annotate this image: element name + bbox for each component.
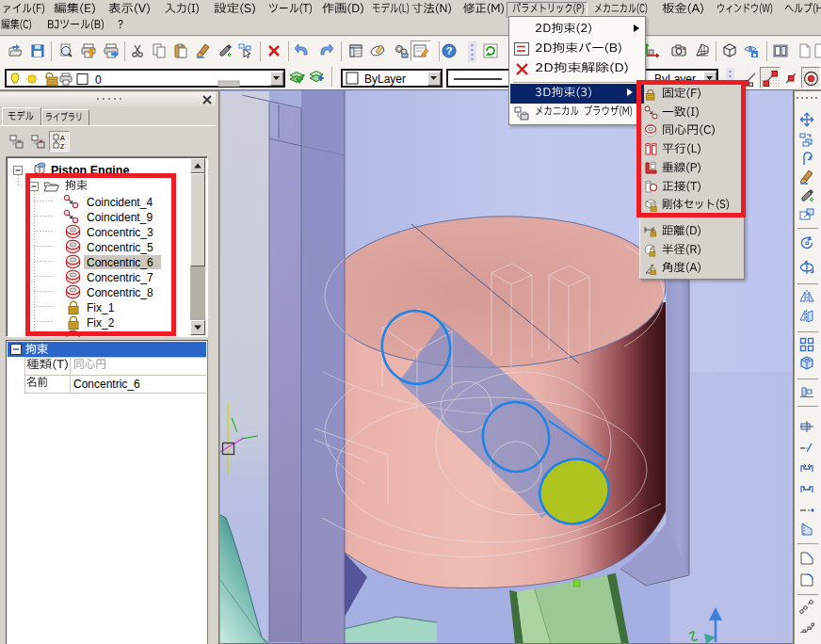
svg-text:ByLayer: ByLayer <box>364 72 406 86</box>
svg-text:?: ? <box>446 45 453 56</box>
